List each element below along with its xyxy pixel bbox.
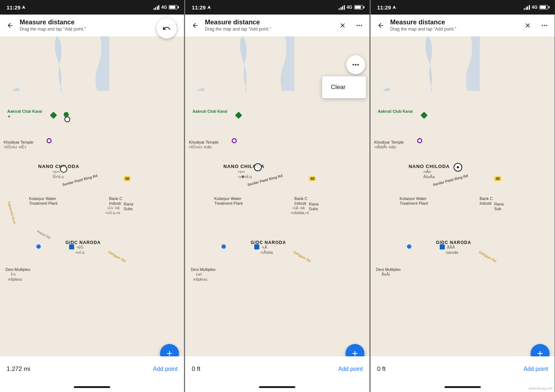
back-button-1[interactable] — [4, 20, 16, 31]
label-kotarpur-3: Kotarpur Water — [400, 196, 427, 201]
place-marker-dot-1 — [36, 244, 41, 249]
header-subtitle-2: Drag the map and tap "Add point." — [205, 27, 333, 32]
header-title-1: Measure distance — [20, 19, 164, 27]
label-aakruti-1: Aakruti Club Karai — [7, 109, 42, 113]
measure-point-2[interactable] — [254, 163, 262, 171]
map-area-1[interactable]: Aakruti Club Karai ▼ Khodiyar Temple ખોડ… — [0, 36, 184, 356]
add-point-button-2[interactable]: Add point — [338, 366, 363, 372]
status-time-3: 11:29 — [377, 4, 396, 11]
status-bar-2: 11:29 4G — [185, 0, 369, 15]
label-bank-1: Bank C — [109, 196, 122, 201]
label-nano-guj2-2: ચ�લોડા — [238, 175, 252, 179]
label-rana-1: Rana — [124, 202, 133, 206]
label-industr-3: Industr — [480, 201, 492, 205]
network-label-2: 4G — [347, 5, 352, 10]
network-label-1: 4G — [161, 5, 167, 10]
place-marker-gidc-3 — [440, 244, 445, 249]
label-bank-guj-2: બેÂ ઓ — [292, 206, 304, 211]
signal-bars-2 — [339, 5, 345, 10]
location-arrow-icon-3 — [392, 5, 396, 9]
svg-marker-12 — [392, 5, 396, 9]
label-kotarpur2-2: Treatment Plant — [214, 201, 243, 205]
status-time-1: 11:29 — [7, 4, 25, 11]
label-rana-3: Rana — [494, 202, 504, 206]
label-subs-2: Subs — [309, 207, 318, 211]
header-3: Measure distance Drag the map and tap "A… — [371, 15, 555, 36]
label-gidc-guj2-3: naroda — [446, 250, 458, 255]
map-svg-3 — [371, 36, 480, 91]
back-button-2[interactable] — [189, 20, 201, 31]
measure-point-3[interactable] — [454, 163, 462, 172]
road-badge-1: 48 — [124, 176, 131, 181]
map-area-3[interactable]: Aakruti Club Karai Khodiyar Temple ખÃólÃ… — [371, 36, 555, 356]
home-bar-1 — [74, 386, 110, 388]
label-khodiyar-guj-1: ખોડિયાર મદિર — [4, 145, 27, 149]
close-icon-2 — [339, 22, 346, 29]
undo-icon-1 — [162, 24, 171, 33]
svg-point-15 — [546, 25, 547, 26]
label-kotarpur-2: Kotarpur Water — [214, 196, 241, 201]
back-arrow-icon-2 — [192, 22, 199, 29]
svg-point-10 — [355, 64, 356, 66]
status-icons-3: 4G — [524, 5, 548, 10]
undo-button-1[interactable] — [156, 18, 177, 39]
label-nano-3: NANO CHILODA — [409, 164, 450, 169]
distance-label-1: 1.272 mi — [7, 365, 30, 373]
add-point-button-1[interactable]: Add point — [153, 366, 178, 372]
more-button-2[interactable] — [354, 20, 365, 31]
more-menu-float-2[interactable] — [346, 55, 365, 74]
network-label-3: 4G — [532, 5, 538, 10]
close-button-2[interactable] — [337, 20, 348, 31]
svg-point-6 — [356, 25, 358, 26]
home-indicator-3 — [371, 382, 555, 392]
label-devi-guj2-2: મllplexs — [193, 277, 207, 282]
label-aakruti-2: Aakruti Club Karai — [192, 109, 227, 113]
signal-bars-1 — [153, 5, 160, 10]
place-marker-gidc-1 — [69, 244, 74, 249]
map-svg-2 — [185, 36, 294, 91]
header-title-2: Measure distance — [205, 19, 333, 27]
svg-point-11 — [357, 64, 359, 66]
back-button-3[interactable] — [375, 20, 387, 31]
label-aakruti-3: Aakruti Club Karai — [378, 109, 413, 113]
label-bank-guj2-2: બdotda,ના — [291, 211, 309, 215]
label-khodiyar-2: Khodiyar Temple — [189, 140, 219, 144]
svg-point-13 — [542, 25, 543, 26]
measure-point-bottom-1[interactable] — [60, 165, 67, 173]
bottom-bar-2: 0 ft Add point — [185, 356, 369, 382]
close-icon-3 — [524, 22, 531, 29]
place-marker-gidc-2 — [254, 244, 259, 249]
label-nano-guj1-3: નÃn — [423, 169, 431, 174]
map-svg-1 — [0, 36, 109, 91]
status-bar-3: 11:29 4G — [371, 0, 555, 15]
label-gidc-guj1-1: ગોઉ — [76, 245, 83, 250]
label-subs-3: Sub — [494, 207, 502, 211]
label-khodiyar-3: Khodiyar Temple — [374, 140, 404, 144]
label-nano-guj1-2: નાન — [238, 169, 245, 174]
back-arrow-icon-1 — [7, 22, 14, 29]
distance-label-2: 0 ft — [192, 365, 200, 373]
map-area-2[interactable]: Aakruti Club Karai Khodiyar Temple ખોડિય… — [185, 36, 369, 356]
more-button-3[interactable] — [539, 20, 550, 31]
place-marker-khodiyar-3 — [417, 138, 422, 143]
signal-bars-3 — [524, 5, 530, 10]
label-devi-2: Devi Multiplex — [191, 267, 215, 272]
clear-dropdown-2: Clear — [322, 76, 366, 98]
label-rana-2: Rana — [309, 202, 318, 206]
road-badge-2: 48 — [309, 176, 316, 181]
label-gidc-guj2-1: નરોડા — [75, 250, 85, 255]
back-arrow-icon-3 — [377, 22, 384, 29]
home-bar-2 — [259, 386, 295, 388]
label-khodiyar-1: Khodiyar Temple — [4, 140, 33, 144]
add-point-button-3[interactable]: Add point — [523, 366, 548, 372]
header-title-group-3: Measure distance Drag the map and tap "A… — [390, 19, 518, 32]
svg-point-14 — [544, 25, 545, 26]
label-kotarpur-1: Kotarpur Water — [29, 196, 56, 201]
close-button-3[interactable] — [522, 20, 534, 31]
bottom-bar-3: 0 ft Add point — [371, 356, 555, 382]
svg-point-8 — [361, 25, 362, 26]
status-time-2: 11:29 — [192, 4, 211, 11]
place-marker-khodiyar-1 — [47, 138, 52, 143]
clear-menu-item-2[interactable]: Clear — [322, 79, 366, 95]
distance-label-3: 0 ft — [377, 365, 386, 373]
